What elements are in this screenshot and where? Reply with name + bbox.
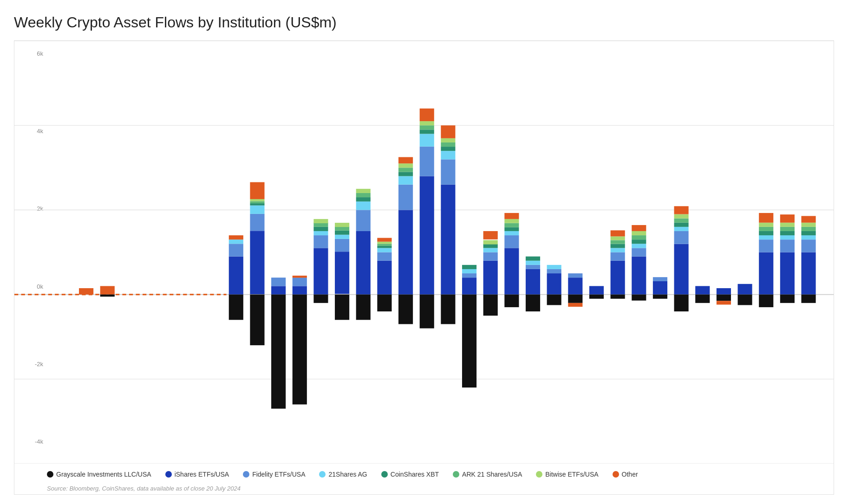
svg-rect-129 — [632, 239, 646, 244]
svg-rect-73 — [420, 109, 434, 121]
svg-rect-85 — [462, 269, 476, 273]
svg-rect-27 — [293, 278, 307, 286]
svg-rect-143 — [674, 206, 689, 214]
svg-rect-101 — [504, 213, 519, 219]
legend-21shares-label: 21Shares AG — [328, 471, 367, 478]
svg-rect-65 — [398, 157, 413, 164]
svg-rect-107 — [526, 295, 540, 311]
svg-rect-162 — [780, 235, 795, 239]
svg-rect-150 — [738, 284, 752, 295]
svg-rect-30 — [313, 248, 328, 294]
svg-rect-80 — [441, 138, 455, 142]
svg-rect-42 — [335, 223, 349, 227]
svg-rect-157 — [759, 223, 773, 227]
svg-rect-50 — [356, 295, 371, 320]
svg-rect-136 — [653, 295, 667, 299]
svg-rect-52 — [377, 252, 391, 261]
svg-rect-99 — [504, 223, 519, 227]
svg-rect-76 — [441, 159, 455, 184]
svg-rect-167 — [780, 295, 795, 303]
svg-rect-91 — [483, 244, 498, 248]
svg-rect-146 — [695, 295, 710, 303]
svg-rect-165 — [780, 223, 795, 227]
svg-rect-53 — [377, 248, 391, 252]
svg-rect-54 — [377, 246, 391, 248]
svg-rect-93 — [483, 231, 498, 239]
svg-rect-36 — [313, 295, 328, 303]
svg-rect-153 — [759, 239, 773, 252]
svg-rect-58 — [377, 295, 391, 311]
legend-ark-dot — [453, 471, 459, 478]
legend-bitwise: Bitwise ETFs/USA — [536, 471, 598, 478]
svg-rect-121 — [611, 244, 625, 248]
legend-21shares: 21Shares AG — [319, 471, 367, 478]
svg-rect-119 — [611, 252, 625, 261]
svg-rect-133 — [632, 295, 646, 301]
svg-rect-12 — [229, 239, 243, 244]
svg-rect-51 — [377, 261, 391, 295]
svg-rect-84 — [462, 273, 476, 278]
svg-rect-98 — [504, 227, 519, 231]
legend-grayscale: Grayscale Investments LLC/USA — [47, 471, 151, 478]
svg-rect-95 — [504, 248, 519, 294]
svg-rect-10 — [229, 257, 243, 295]
chart-area: 6k 4k 2k 0k -2k -4k — [14, 40, 834, 495]
svg-rect-114 — [568, 295, 582, 303]
svg-rect-31 — [313, 235, 328, 248]
svg-rect-94 — [483, 295, 498, 316]
svg-rect-131 — [632, 231, 646, 235]
svg-rect-59 — [398, 210, 413, 294]
legend-other-dot — [613, 471, 619, 478]
svg-rect-88 — [483, 261, 498, 295]
svg-rect-64 — [398, 163, 413, 168]
svg-rect-63 — [398, 168, 413, 172]
svg-rect-164 — [780, 227, 795, 231]
svg-rect-108 — [547, 273, 561, 295]
svg-rect-83 — [462, 278, 476, 294]
svg-rect-89 — [483, 252, 498, 261]
svg-rect-71 — [420, 125, 434, 129]
svg-rect-55 — [377, 244, 391, 246]
svg-rect-38 — [335, 239, 349, 252]
chart-inner: 6k 4k 2k 0k -2k -4k — [14, 41, 834, 464]
svg-rect-8 — [100, 286, 115, 294]
svg-rect-124 — [611, 230, 625, 236]
svg-rect-67 — [420, 176, 434, 295]
svg-rect-145 — [695, 286, 710, 294]
legend-ark-label: ARK 21 Shares/USA — [462, 471, 522, 478]
svg-rect-115 — [568, 303, 582, 307]
legend-ishares: iShares ETFs/USA — [165, 471, 229, 478]
svg-rect-122 — [611, 240, 625, 244]
svg-rect-111 — [547, 295, 561, 305]
svg-rect-147 — [717, 288, 731, 295]
svg-rect-161 — [780, 239, 795, 252]
svg-rect-25 — [271, 295, 286, 409]
svg-rect-168 — [801, 252, 815, 295]
svg-rect-44 — [356, 231, 371, 295]
svg-rect-112 — [568, 278, 582, 294]
svg-rect-70 — [420, 129, 434, 134]
svg-rect-56 — [377, 242, 391, 244]
svg-rect-103 — [526, 269, 540, 295]
legend-ark: ARK 21 Shares/USA — [453, 471, 522, 478]
svg-rect-110 — [547, 265, 561, 269]
svg-rect-77 — [441, 151, 455, 159]
legend-fidelity-label: Fidelity ETFs/USA — [252, 471, 305, 478]
legend-coinshares: CoinShares XBT — [381, 471, 439, 478]
legend-fidelity: Fidelity ETFs/USA — [243, 471, 305, 478]
svg-rect-169 — [801, 239, 815, 252]
svg-rect-61 — [398, 176, 413, 185]
svg-rect-130 — [632, 235, 646, 239]
svg-rect-11 — [229, 244, 243, 256]
svg-rect-155 — [759, 231, 773, 235]
svg-rect-22 — [250, 295, 264, 345]
legend-21shares-dot — [319, 471, 326, 478]
svg-rect-96 — [504, 235, 519, 248]
svg-rect-45 — [356, 210, 371, 231]
svg-rect-49 — [356, 189, 371, 193]
svg-rect-79 — [441, 142, 455, 147]
svg-rect-175 — [801, 295, 815, 303]
svg-rect-43 — [335, 295, 349, 320]
svg-rect-132 — [632, 225, 646, 231]
svg-rect-48 — [356, 193, 371, 197]
